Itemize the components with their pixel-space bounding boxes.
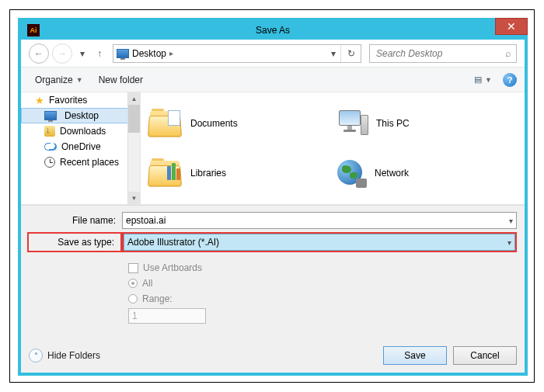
- folder-item-network[interactable]: Network: [334, 150, 518, 196]
- downloads-icon: [44, 126, 55, 137]
- desktop-icon: [117, 49, 129, 58]
- sidebar-item-recent[interactable]: Recent places: [21, 154, 140, 170]
- location-label: Desktop: [132, 48, 166, 59]
- chevron-right-icon[interactable]: ▸: [166, 49, 176, 57]
- chevron-down-icon[interactable]: ▾: [509, 217, 513, 225]
- search-icon: ⌕: [505, 47, 511, 59]
- folder-view: Documents This PC Libraries: [141, 92, 525, 204]
- sidebar: ★ Favorites Desktop Downloads OneDrive: [21, 92, 141, 204]
- view-icon: ▤: [474, 75, 482, 85]
- sidebar-item-desktop[interactable]: Desktop: [21, 108, 140, 123]
- window-title: Save As: [21, 25, 525, 36]
- close-button[interactable]: ✕: [495, 18, 528, 35]
- organize-button[interactable]: Organize ▼: [29, 72, 89, 88]
- range-radio[interactable]: [128, 294, 138, 304]
- back-button[interactable]: ←: [29, 43, 49, 64]
- save-type-label: Save as type:: [29, 237, 120, 248]
- star-icon: ★: [35, 95, 44, 106]
- folder-label: Network: [375, 168, 409, 179]
- network-icon: [336, 158, 367, 188]
- folder-item-libraries[interactable]: Libraries: [147, 150, 331, 196]
- sidebar-scrollbar[interactable]: ▲ ▼: [127, 92, 140, 204]
- hide-folders-label: Hide Folders: [47, 350, 100, 361]
- view-mode-button[interactable]: ▤ ▼: [471, 72, 495, 87]
- address-bar[interactable]: Desktop ▸ ▾ ↻: [113, 44, 361, 63]
- up-button[interactable]: ↑: [92, 45, 106, 62]
- folder-label: Documents: [190, 118, 238, 129]
- folder-icon: [148, 109, 183, 138]
- save-type-label-highlight: Save as type:: [27, 232, 122, 252]
- folder-label: This PC: [376, 118, 410, 129]
- chevron-down-icon: ▼: [485, 76, 492, 84]
- use-artboards-label: Use Artboards: [143, 262, 202, 273]
- favorites-label: Favorites: [49, 95, 87, 106]
- sidebar-item-label: Recent places: [60, 157, 119, 168]
- all-label: All: [142, 278, 152, 289]
- address-dropdown[interactable]: ▾: [326, 45, 340, 62]
- nav-row: ← → ▾ ↑ Desktop ▸ ▾ ↻ ⌕: [21, 40, 525, 68]
- file-name-value: epstoai.ai: [126, 215, 166, 226]
- scroll-up-icon[interactable]: ▲: [128, 92, 140, 105]
- sidebar-item-label: Desktop: [65, 110, 99, 121]
- form-area: File name: epstoai.ai ▾ Save as type: Ad…: [21, 205, 525, 373]
- use-artboards-checkbox[interactable]: [128, 263, 138, 273]
- range-value: 1: [132, 310, 138, 321]
- range-input[interactable]: 1: [128, 308, 206, 324]
- computer-icon: [336, 109, 368, 138]
- clock-icon: [44, 157, 55, 168]
- file-name-label: File name:: [29, 215, 122, 226]
- chevron-down-icon[interactable]: ▾: [507, 238, 511, 247]
- folder-item-documents[interactable]: Documents: [147, 100, 331, 147]
- save-button[interactable]: Save: [383, 346, 447, 365]
- new-folder-button[interactable]: New folder: [92, 72, 149, 88]
- cancel-button[interactable]: Cancel: [453, 346, 517, 365]
- sidebar-item-downloads[interactable]: Downloads: [21, 123, 140, 139]
- organize-label: Organize: [35, 75, 73, 85]
- cancel-label: Cancel: [470, 350, 499, 361]
- refresh-button[interactable]: ↻: [340, 45, 361, 62]
- toolbar: Organize ▼ New folder ▤ ▼ ?: [21, 68, 525, 92]
- artboard-options: Use Artboards All Range: 1: [128, 260, 517, 324]
- file-name-input[interactable]: epstoai.ai ▾: [122, 212, 517, 229]
- scroll-down-icon[interactable]: ▼: [128, 192, 140, 204]
- new-folder-label: New folder: [99, 75, 143, 85]
- sidebar-item-onedrive[interactable]: OneDrive: [21, 139, 140, 154]
- help-button[interactable]: ?: [503, 73, 517, 87]
- hide-folders-button[interactable]: ˄ Hide Folders: [29, 349, 100, 363]
- desktop-icon: [44, 111, 57, 120]
- save-type-value: Adobe Illustrator (*.AI): [127, 237, 219, 248]
- chevron-down-icon: ▼: [76, 76, 83, 84]
- range-label: Range:: [142, 293, 173, 304]
- all-radio[interactable]: [128, 279, 138, 288]
- save-type-value-highlight: Adobe Illustrator (*.AI) ▾: [122, 232, 517, 252]
- chevron-up-icon: ˄: [29, 349, 43, 363]
- forward-button[interactable]: →: [52, 43, 72, 64]
- scroll-thumb[interactable]: [128, 105, 140, 133]
- sidebar-item-label: Downloads: [60, 126, 106, 137]
- save-type-dropdown[interactable]: Adobe Illustrator (*.AI) ▾: [124, 234, 515, 251]
- sidebar-favorites-header[interactable]: ★ Favorites: [21, 92, 140, 108]
- save-label: Save: [404, 350, 425, 361]
- sidebar-item-label: OneDrive: [61, 141, 101, 152]
- folder-item-this-pc[interactable]: This PC: [334, 100, 518, 147]
- libraries-icon: [148, 158, 183, 188]
- folder-label: Libraries: [190, 168, 226, 179]
- search-input[interactable]: [375, 47, 505, 60]
- save-as-dialog: Ai Save As ✕ ← → ▾ ↑ Desktop ▸ ▾: [18, 18, 528, 376]
- titlebar: Ai Save As ✕: [21, 21, 525, 40]
- history-dropdown[interactable]: ▾: [75, 45, 89, 62]
- cloud-icon: [44, 143, 57, 151]
- search-box[interactable]: ⌕: [369, 44, 517, 63]
